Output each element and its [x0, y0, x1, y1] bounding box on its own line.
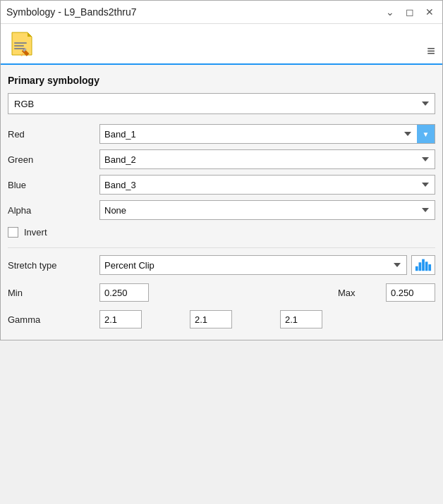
- stretch-type-label: Stretch type: [8, 260, 99, 271]
- dropdown-btn[interactable]: ⌄: [383, 5, 397, 19]
- max-label: Max: [338, 288, 380, 298]
- svg-rect-11: [425, 262, 428, 271]
- stretch-type-select[interactable]: None Percent Clip Minimum Maximum Standa…: [99, 255, 407, 275]
- alpha-select-wrap: None Band_1 Band_2 Band_3: [99, 200, 435, 220]
- close-btn[interactable]: ✕: [423, 5, 437, 19]
- blue-band-select[interactable]: Band_1 Band_2 Band_3 None: [99, 175, 435, 195]
- histogram-icon: [415, 257, 432, 272]
- svg-rect-3: [14, 45, 24, 47]
- max-section: Max: [338, 283, 435, 302]
- toolbar: ≡: [1, 24, 442, 65]
- red-band-row: Red Band_1 Band_2 Band_3 None ▼: [8, 124, 435, 144]
- divider: [8, 247, 435, 248]
- green-band-select[interactable]: Band_1 Band_2 Band_3 None: [99, 149, 435, 169]
- gamma-input-1[interactable]: [99, 310, 142, 328]
- minmax-row: Min Max: [8, 283, 435, 302]
- symbology-type-select[interactable]: RGB Grayscale Stretched Classified: [8, 93, 435, 114]
- red-label: Red: [8, 129, 99, 140]
- blue-select-wrap: Band_1 Band_2 Band_3 None: [99, 175, 435, 195]
- gamma-row: Gamma: [8, 310, 435, 328]
- red-band-select[interactable]: Band_1 Band_2 Band_3 None: [99, 124, 417, 144]
- layer-icon: [8, 30, 36, 58]
- svg-rect-10: [422, 259, 425, 271]
- svg-rect-12: [428, 264, 431, 271]
- symbology-type-row: RGB Grayscale Stretched Classified: [8, 93, 435, 114]
- min-label: Min: [8, 288, 99, 298]
- window-title: Symbology - L9_Bands2thru7: [6, 6, 136, 18]
- menu-button[interactable]: ≡: [427, 44, 435, 58]
- red-band-color-btn[interactable]: ▼: [417, 124, 435, 144]
- svg-rect-8: [415, 266, 418, 271]
- green-label: Green: [8, 154, 99, 165]
- svg-marker-1: [28, 32, 32, 37]
- invert-checkbox[interactable]: [8, 227, 18, 238]
- gamma-input-3[interactable]: [280, 310, 322, 328]
- blue-band-row: Blue Band_1 Band_2 Band_3 None: [8, 175, 435, 195]
- red-select-wrap: Band_1 Band_2 Band_3 None ▼: [99, 124, 435, 144]
- svg-rect-9: [419, 262, 422, 271]
- gamma-label: Gamma: [8, 314, 99, 325]
- svg-rect-2: [14, 42, 27, 44]
- green-select-wrap: Band_1 Band_2 Band_3 None: [99, 149, 435, 169]
- histogram-button[interactable]: [411, 255, 435, 275]
- gamma-inputs: [99, 310, 322, 328]
- stretch-type-row: Stretch type None Percent Clip Minimum M…: [8, 255, 435, 275]
- primary-symbology-label: Primary symbology: [8, 75, 435, 86]
- content-area: Primary symbology RGB Grayscale Stretche…: [1, 65, 442, 340]
- title-bar: Symbology - L9_Bands2thru7 ⌄ ◻ ✕: [1, 1, 442, 24]
- alpha-label: Alpha: [8, 205, 99, 216]
- stretch-select-wrap: None Percent Clip Minimum Maximum Standa…: [99, 255, 435, 275]
- window-controls: ⌄ ◻ ✕: [383, 5, 437, 19]
- maximize-btn[interactable]: ◻: [403, 5, 417, 19]
- blue-label: Blue: [8, 180, 99, 190]
- max-input[interactable]: [386, 283, 435, 302]
- min-input[interactable]: [99, 283, 149, 302]
- alpha-band-select[interactable]: None Band_1 Band_2 Band_3: [99, 200, 435, 220]
- main-window: Symbology - L9_Bands2thru7 ⌄ ◻ ✕ ≡: [0, 0, 443, 340]
- svg-rect-4: [14, 48, 25, 49]
- green-band-row: Green Band_1 Band_2 Band_3 None: [8, 149, 435, 169]
- invert-label: Invert: [24, 227, 47, 238]
- alpha-band-row: Alpha None Band_1 Band_2 Band_3: [8, 200, 435, 220]
- gamma-input-2[interactable]: [190, 310, 232, 328]
- invert-row: Invert: [8, 227, 435, 238]
